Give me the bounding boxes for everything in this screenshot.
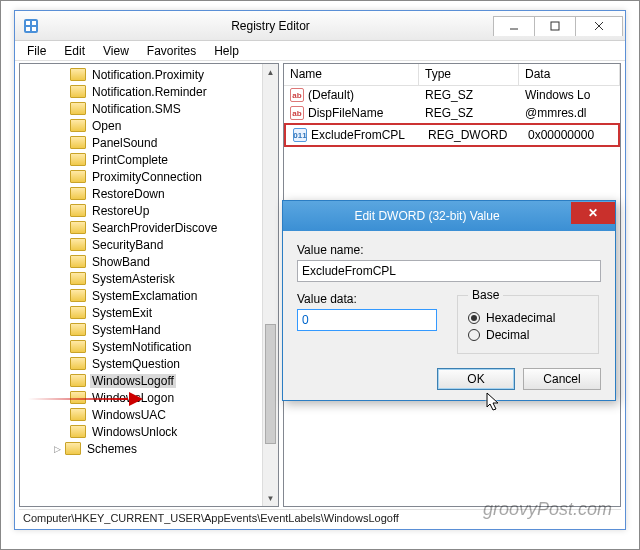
- tree-item-label: SecurityBand: [90, 238, 165, 252]
- value-name-input[interactable]: [297, 260, 601, 282]
- col-name[interactable]: Name: [284, 64, 419, 85]
- tree-item[interactable]: PanelSound: [20, 134, 278, 151]
- annotation-arrow: [28, 393, 143, 405]
- folder-icon: [70, 289, 86, 302]
- value-name: (Default): [308, 88, 354, 102]
- tree-item-label: SystemQuestion: [90, 357, 182, 371]
- tree-item[interactable]: SystemNotification: [20, 338, 278, 355]
- value-data-label: Value data:: [297, 292, 437, 306]
- tree-item[interactable]: PrintComplete: [20, 151, 278, 168]
- tree-pane[interactable]: Notification.ProximityNotification.Remin…: [19, 63, 279, 507]
- string-icon: ab: [290, 106, 304, 120]
- value-data: 0x00000000: [522, 128, 617, 142]
- tree-item[interactable]: ShowBand: [20, 253, 278, 270]
- menu-view[interactable]: View: [95, 42, 137, 60]
- folder-icon: [70, 408, 86, 421]
- tree-item[interactable]: ProximityConnection: [20, 168, 278, 185]
- folder-icon: [70, 357, 86, 370]
- folder-icon: [70, 306, 86, 319]
- tree-item[interactable]: ▷Schemes: [20, 440, 278, 457]
- folder-icon: [70, 187, 86, 200]
- tree-item[interactable]: SystemHand: [20, 321, 278, 338]
- tree-item[interactable]: SecurityBand: [20, 236, 278, 253]
- tree-item[interactable]: Notification.SMS: [20, 100, 278, 117]
- ok-button[interactable]: OK: [437, 368, 515, 390]
- list-row[interactable]: 011ExcludeFromCPLREG_DWORD0x00000000: [287, 126, 617, 144]
- tree-item-label: SystemNotification: [90, 340, 193, 354]
- col-type[interactable]: Type: [419, 64, 519, 85]
- string-icon: ab: [290, 88, 304, 102]
- dialog-titlebar[interactable]: Edit DWORD (32-bit) Value ✕: [283, 201, 615, 231]
- value-name: DispFileName: [308, 106, 383, 120]
- scroll-down-icon[interactable]: ▼: [263, 490, 278, 506]
- menu-favorites[interactable]: Favorites: [139, 42, 204, 60]
- radio-decimal[interactable]: Decimal: [468, 328, 588, 342]
- titlebar[interactable]: Registry Editor: [15, 11, 625, 41]
- tree-item-label: ProximityConnection: [90, 170, 204, 184]
- cancel-button[interactable]: Cancel: [523, 368, 601, 390]
- expand-icon[interactable]: ▷: [54, 444, 61, 454]
- dword-icon: 011: [293, 128, 307, 142]
- app-icon: [23, 18, 39, 34]
- radio-dec-label: Decimal: [486, 328, 529, 342]
- tree-item[interactable]: RestoreUp: [20, 202, 278, 219]
- radio-hex-input[interactable]: [468, 312, 480, 324]
- svg-rect-3: [26, 27, 30, 31]
- radio-hex[interactable]: Hexadecimal: [468, 311, 588, 325]
- maximize-button[interactable]: [534, 16, 576, 36]
- folder-icon: [70, 238, 86, 251]
- radio-dec-input[interactable]: [468, 329, 480, 341]
- tree-item[interactable]: SystemQuestion: [20, 355, 278, 372]
- folder-icon: [70, 85, 86, 98]
- base-legend: Base: [468, 288, 503, 302]
- tree-item-label: Open: [90, 119, 123, 133]
- tree-item[interactable]: Notification.Reminder: [20, 83, 278, 100]
- close-button[interactable]: [575, 16, 623, 36]
- tree-scrollbar[interactable]: ▲ ▼: [262, 64, 278, 506]
- menu-file[interactable]: File: [19, 42, 54, 60]
- tree-item-label: WindowsUAC: [90, 408, 168, 422]
- status-bar: Computer\HKEY_CURRENT_USER\AppEvents\Eve…: [19, 509, 621, 527]
- folder-icon: [70, 153, 86, 166]
- tree-item[interactable]: SearchProviderDiscove: [20, 219, 278, 236]
- scroll-thumb[interactable]: [265, 324, 276, 444]
- scroll-up-icon[interactable]: ▲: [263, 64, 278, 80]
- folder-icon: [70, 340, 86, 353]
- tree-item[interactable]: Notification.Proximity: [20, 66, 278, 83]
- minimize-button[interactable]: [493, 16, 535, 36]
- tree-item[interactable]: Open: [20, 117, 278, 134]
- col-data[interactable]: Data: [519, 64, 620, 85]
- value-type: REG_SZ: [419, 106, 519, 120]
- tree-item-label: RestoreDown: [90, 187, 167, 201]
- tree-item[interactable]: WindowsUnlock: [20, 423, 278, 440]
- tree-item[interactable]: SystemExclamation: [20, 287, 278, 304]
- tree-item[interactable]: WindowsLogoff: [20, 372, 278, 389]
- tree-item[interactable]: RestoreDown: [20, 185, 278, 202]
- tree-item[interactable]: SystemExit: [20, 304, 278, 321]
- svg-rect-4: [32, 27, 36, 31]
- folder-icon: [70, 119, 86, 132]
- menu-help[interactable]: Help: [206, 42, 247, 60]
- folder-icon: [70, 272, 86, 285]
- list-header: Name Type Data: [284, 64, 620, 86]
- tree-item-label: PanelSound: [90, 136, 159, 150]
- list-row[interactable]: ab(Default)REG_SZWindows Lo: [284, 86, 620, 104]
- tree-item-label: Notification.Proximity: [90, 68, 206, 82]
- tree-item[interactable]: SystemAsterisk: [20, 270, 278, 287]
- value-data: @mmres.dl: [519, 106, 620, 120]
- tree-item-label: WindowsLogoff: [90, 374, 176, 388]
- folder-icon: [70, 102, 86, 115]
- folder-icon: [70, 374, 86, 387]
- tree-item-label: SystemExclamation: [90, 289, 199, 303]
- dialog-close-button[interactable]: ✕: [571, 202, 615, 224]
- svg-rect-6: [551, 22, 559, 30]
- menu-edit[interactable]: Edit: [56, 42, 93, 60]
- value-data-input[interactable]: [297, 309, 437, 331]
- list-row[interactable]: abDispFileNameREG_SZ@mmres.dl: [284, 104, 620, 122]
- value-name: ExcludeFromCPL: [311, 128, 405, 142]
- menubar: File Edit View Favorites Help: [15, 41, 625, 61]
- annotation-highlight: 011ExcludeFromCPLREG_DWORD0x00000000: [284, 123, 620, 147]
- svg-rect-2: [32, 21, 36, 25]
- tree-item-label: RestoreUp: [90, 204, 151, 218]
- tree-item[interactable]: WindowsUAC: [20, 406, 278, 423]
